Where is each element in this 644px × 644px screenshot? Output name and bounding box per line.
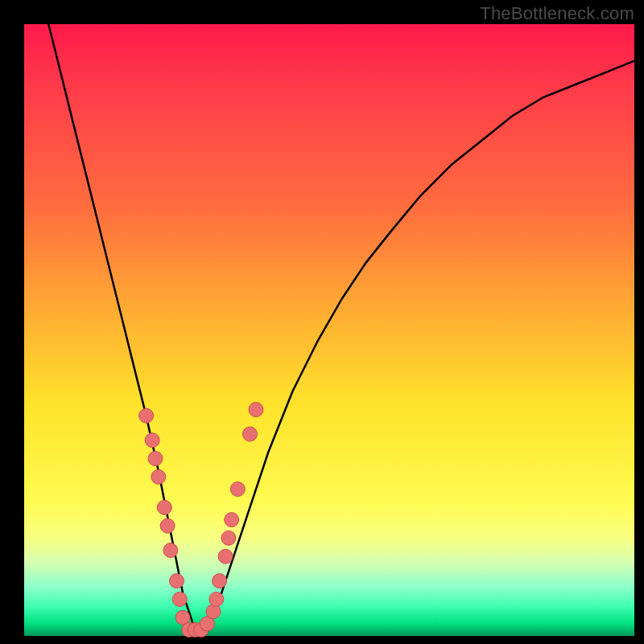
data-marker (145, 433, 159, 448)
data-marker (209, 592, 224, 606)
data-marker (163, 543, 178, 558)
data-marker (148, 452, 163, 466)
data-marker (170, 574, 184, 588)
watermark-text: TheBottleneck.com (480, 3, 634, 24)
chart-frame: TheBottleneck.com (0, 0, 644, 644)
data-marker (230, 482, 245, 497)
data-marker (157, 500, 171, 514)
chart-svg (0, 0, 644, 644)
data-marker (218, 549, 233, 564)
data-marker (172, 592, 187, 606)
data-marker (225, 513, 239, 527)
bottleneck-curve (48, 24, 634, 630)
data-marker (249, 402, 263, 417)
data-marker (221, 530, 236, 545)
data-marker (139, 408, 154, 423)
data-marker (160, 518, 175, 533)
data-marker (213, 574, 227, 588)
data-marker (151, 469, 166, 484)
data-marker (243, 427, 258, 441)
